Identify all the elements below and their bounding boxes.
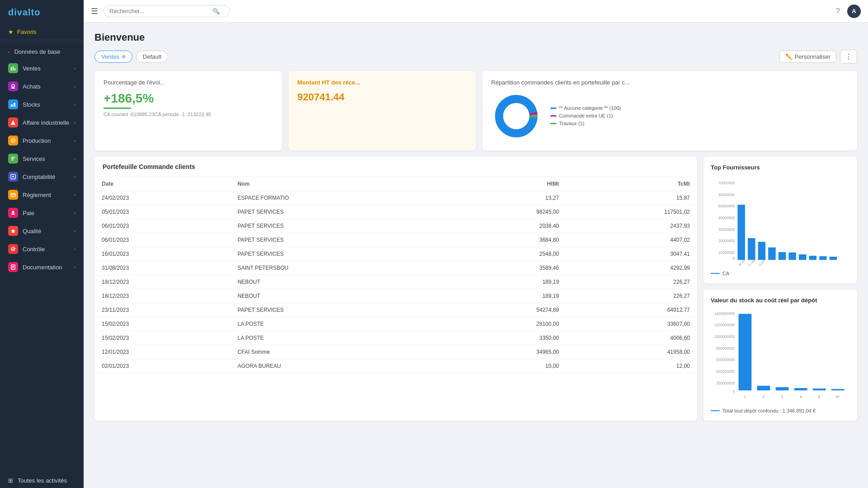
pencil-icon: ✏️ [785,53,793,60]
cell-htmt: 2038,40 [445,219,566,233]
cell-nom: LA POSTE [230,331,445,345]
cell-htmt: 28100,00 [445,317,566,331]
table-row: 31/08/2023 SAINT PETERSBOU 3589,46 4292,… [94,261,697,275]
cell-htmt: 3589,46 [445,261,566,275]
sidebar-favorites[interactable]: ★ Favoris [0,25,84,40]
sidebar-item-services[interactable]: Services › [0,150,84,168]
reglement-icon [8,190,18,200]
sidebar-item-stocks[interactable]: Stocks › [0,95,84,113]
svg-rect-47 [739,314,752,390]
cell-date: 02/01/2023 [94,359,230,373]
sidebar-item-label: Stocks [23,101,40,108]
stocks-icon [8,99,18,109]
table-row: 15/02/2023 LA POSTE 3350,00 4006,60 [94,331,697,345]
personalize-button[interactable]: ✏️ Personnaliser [779,51,837,63]
card-pourcentage-value: +186,5% [104,91,273,106]
svg-rect-30 [778,252,786,260]
cell-date: 05/01/2023 [94,205,230,219]
table-row: 15/02/2023 LA POSTE 28100,00 33607,60 [94,317,697,331]
chevron-right-icon: › [74,102,75,107]
topbar: ☰ 🔍 ? A [84,0,868,23]
search-icon[interactable]: 🔍 [212,8,220,14]
col-nom: Nom [230,177,445,191]
svg-text:30000000: 30000000 [718,228,735,232]
sidebar-item-label: Qualité [23,228,41,235]
cell-date: 06/01/2023 [94,233,230,247]
svg-point-11 [12,211,14,213]
sidebar-item-reglement[interactable]: Règlement › [0,186,84,204]
svg-rect-0 [11,67,12,70]
stock-legend-label: Total tout dépôt confondu : 1 346 891,04… [722,408,816,413]
table-row: 23/11/2023 PAPET SERVICES 54274,89 64912… [94,303,697,317]
chevron-right-icon: › [74,84,75,89]
legend-item-1: ** Aucune catégorie ** (100) [550,105,621,111]
chevron-right-icon: › [8,49,10,55]
chevron-right-icon: › [74,156,75,161]
cell-date: 31/08/2023 [94,261,230,275]
cell-nom: SAINT PETERSBOU [230,261,445,275]
svg-text:400000000: 400000000 [716,370,735,374]
chevron-right-icon: › [74,265,75,270]
cell-tcmt: 226,27 [566,289,697,303]
top-fournisseurs-card: Top Fournisseurs 70000000 60000000 50000… [703,157,857,283]
sidebar-item-paie[interactable]: Paie › [0,204,84,222]
cell-tcmt: 41958,00 [566,345,697,359]
cell-date: 23/11/2023 [94,303,230,317]
svg-text:20000000: 20000000 [718,239,735,243]
svg-text:1400000000: 1400000000 [714,312,735,316]
cell-nom: CFAI Somme [230,345,445,359]
chevron-right-icon: › [74,192,75,197]
chevron-right-icon: › [74,174,75,179]
sidebar-item-comptabilite[interactable]: Comptabilité › [0,168,84,186]
cell-tcmt: 4006,60 [566,331,697,345]
sidebar-item-label: Affaire industrielle [23,119,69,126]
sidebar-item-affaire-industrielle[interactable]: Affaire industrielle › [0,113,84,131]
tab-ventes[interactable]: Ventes ⊕ [94,51,132,63]
help-icon[interactable]: ? [836,7,840,15]
table-row: 12/01/2023 CFAI Somme 34965,00 41958,00 [94,345,697,359]
sidebar-all-activities[interactable]: ⊞ Toutes les activités [0,473,84,488]
donut-chart-container: ** Aucune catégorie ** (100) Commande ex… [491,91,849,142]
svg-text:3: 3 [781,395,783,399]
table-row: 06/01/2023 PAPET SERVICES 2038,40 2437,9… [94,219,697,233]
sidebar-item-documentation[interactable]: Documentation › [0,258,84,276]
card-pourcentage-title: Pourcentage de l'évol... [104,79,273,86]
cell-date: 15/02/2023 [94,331,230,345]
svg-text:40000000: 40000000 [718,216,735,220]
cell-htmt: 54274,89 [445,303,566,317]
sidebar-item-label: Règlement [23,192,51,198]
svg-text:1000000000: 1000000000 [714,335,735,339]
sidebar-item-production[interactable]: Production › [0,131,84,150]
table-row: 24/02/2023 ESPACE FORMATIO 13,27 15,87 [94,191,697,205]
svg-point-17 [505,105,527,127]
svg-rect-33 [809,256,816,260]
svg-text:70000000: 70000000 [718,181,735,185]
cell-date: 06/01/2023 [94,219,230,233]
hamburger-menu-button[interactable]: ☰ [91,6,98,16]
donut-chart [491,91,541,142]
table-wrapper[interactable]: Date Nom HtMt TcMt 24/02/2023 ESPACE FOR… [94,177,697,376]
sidebar-item-label: Production [23,137,51,144]
sidebar-item-achats[interactable]: Achats › [0,77,84,95]
col-date: Date [94,177,230,191]
sidebar-item-ventes[interactable]: Ventes › [0,59,84,77]
cell-tcmt: 4292,99 [566,261,697,275]
cell-tcmt: 64912,77 [566,303,697,317]
tab-ventes-icon: ⊕ [122,54,126,60]
svg-rect-34 [819,256,826,260]
cell-date: 12/01/2023 [94,345,230,359]
user-avatar[interactable]: A [847,5,861,18]
tab-default[interactable]: Default [136,51,168,63]
svg-rect-1 [13,66,14,70]
sidebar-item-label: Services [23,155,45,162]
svg-text:600000000: 600000000 [716,358,735,362]
more-options-button[interactable]: ⋮ [840,50,857,64]
page-title: Bienvenue [94,32,857,43]
sidebar-item-controle[interactable]: Contrôle › [0,240,84,258]
sidebar-item-donnees-de-base[interactable]: › Données de base [0,44,84,59]
svg-rect-28 [758,242,765,260]
top-fournisseurs-legend: CA [711,271,850,276]
search-input[interactable] [109,8,209,14]
card-repartition: Répartition commandes clients en portefe… [482,71,858,150]
sidebar-item-qualite[interactable]: Qualité › [0,222,84,240]
